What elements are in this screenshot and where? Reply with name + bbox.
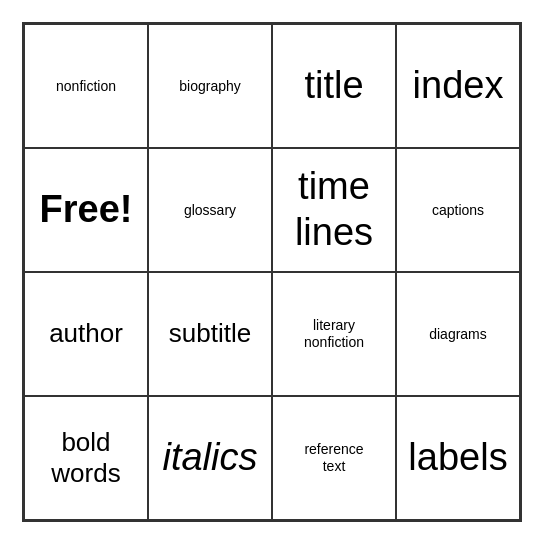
cell-r3c2: subtitle xyxy=(148,272,272,396)
cell-r2c4: captions xyxy=(396,148,520,272)
cell-r1c4: index xyxy=(396,24,520,148)
cell-r4c2: italics xyxy=(148,396,272,520)
cell-r3c1: author xyxy=(24,272,148,396)
cell-r4c3: referencetext xyxy=(272,396,396,520)
cell-r2c3: timelines xyxy=(272,148,396,272)
cell-r1c1: nonfiction xyxy=(24,24,148,148)
cell-r2c2: glossary xyxy=(148,148,272,272)
cell-r3c3: literarynonfiction xyxy=(272,272,396,396)
bingo-board: nonfictionbiographytitleindexFree!glossa… xyxy=(22,22,522,522)
cell-r1c2: biography xyxy=(148,24,272,148)
cell-r2c1: Free! xyxy=(24,148,148,272)
cell-r4c1: boldwords xyxy=(24,396,148,520)
cell-r4c4: labels xyxy=(396,396,520,520)
cell-r3c4: diagrams xyxy=(396,272,520,396)
cell-r1c3: title xyxy=(272,24,396,148)
